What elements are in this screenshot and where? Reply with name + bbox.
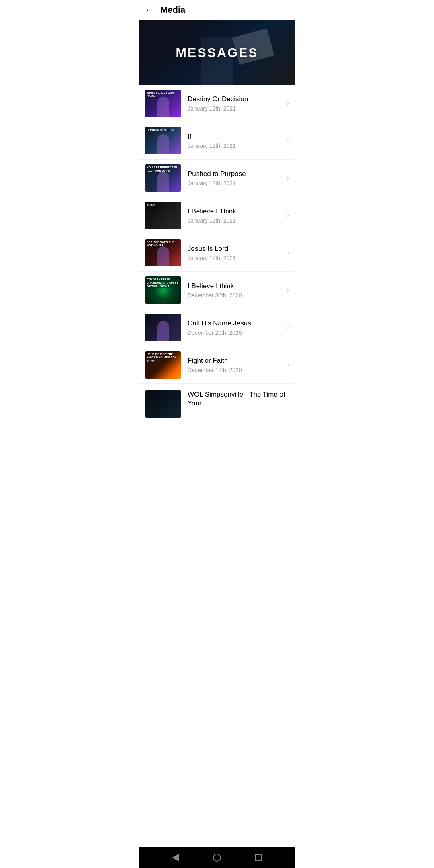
thumbnail-text: THINK xyxy=(145,202,157,208)
thumbnail-figure xyxy=(157,172,169,192)
thumbnail-text: ATMOSPHERE IS CHANGING THE SPIRIT OF THE… xyxy=(145,276,181,290)
hero-decoration-figure xyxy=(201,37,233,85)
media-title: Destiny Or Decision xyxy=(188,95,284,104)
thumbnail: YOU ARE PERFECT IN ALL YOUR WAYS xyxy=(145,164,181,192)
thumbnail: HONOUR BENEFITS xyxy=(145,127,181,154)
media-title: I Believe I think xyxy=(188,282,284,291)
media-info: If January 12th, 2021 xyxy=(188,132,284,149)
media-info: I Believe I Think January 12th, 2021 xyxy=(188,207,284,224)
list-item[interactable]: WHEN I CALL YOUR NAME Destiny Or Decisio… xyxy=(139,85,295,122)
thumbnail-text xyxy=(145,390,148,393)
chevron-right-icon: › xyxy=(287,100,289,107)
media-title: If xyxy=(188,132,284,141)
media-date: December 30th, 2020 xyxy=(188,292,284,299)
chevron-right-icon: › xyxy=(287,287,289,294)
chevron-right-icon: › xyxy=(287,137,289,144)
page-title: Media xyxy=(160,5,185,15)
media-info: Jesus Is Lord January 12th, 2021 xyxy=(188,244,284,261)
chevron-right-icon: › xyxy=(287,212,289,219)
media-date: January 12th, 2021 xyxy=(188,255,284,261)
thumbnail-figure xyxy=(157,246,169,266)
hero-banner: MESSAGES xyxy=(139,20,295,85)
media-date: December 20th, 2020 xyxy=(188,330,284,336)
media-date: January 12th, 2021 xyxy=(188,180,284,186)
header: ← Media xyxy=(139,0,295,20)
media-date: January 12th, 2021 xyxy=(188,143,284,149)
media-list: WHEN I CALL YOUR NAME Destiny Or Decisio… xyxy=(139,85,295,421)
thumbnail: HELP ME FIND THE WAY BRING ME BACK TO YO… xyxy=(145,351,181,379)
media-date: January 12th, 2021 xyxy=(188,105,284,112)
thumbnail: WHEN I CALL YOUR NAME xyxy=(145,90,181,117)
list-item[interactable]: YOU ARE PERFECT IN ALL YOUR WAYS Pushed … xyxy=(139,160,295,197)
media-title: Pushed to Purpose xyxy=(188,170,284,178)
list-item[interactable]: Call His Name Jesus December 20th, 2020 … xyxy=(139,309,295,346)
media-title: I Believe I Think xyxy=(188,207,284,216)
list-item[interactable]: HONOUR BENEFITS If January 12th, 2021 › xyxy=(139,122,295,160)
media-date: December 12th, 2020 xyxy=(188,367,284,373)
thumbnail: ATMOSPHERE IS CHANGING THE SPIRIT OF THE… xyxy=(145,276,181,304)
list-item[interactable]: THINK I Believe I Think January 12th, 20… xyxy=(139,197,295,234)
hero-title: MESSAGES xyxy=(176,45,258,60)
list-item[interactable]: WOL Simpsonville - The Time of Your xyxy=(139,384,295,421)
list-item[interactable]: FOR THE BATTLE IS NOT YOURS Jesus Is Lor… xyxy=(139,234,295,272)
media-title: WOL Simpsonville - The Time of Your xyxy=(188,390,289,408)
media-info: Pushed to Purpose January 12th, 2021 xyxy=(188,170,284,186)
media-info: Fight or Faith December 12th, 2020 xyxy=(188,356,284,373)
media-title: Jesus Is Lord xyxy=(188,244,284,253)
thumbnail-figure xyxy=(157,97,169,117)
media-info: Destiny Or Decision January 12th, 2021 xyxy=(188,95,284,112)
thumbnail xyxy=(145,390,181,418)
chevron-right-icon: › xyxy=(287,249,289,256)
thumbnail-text xyxy=(145,314,148,317)
thumbnail xyxy=(145,314,181,341)
thumbnail: THINK xyxy=(145,202,181,229)
thumbnail: FOR THE BATTLE IS NOT YOURS xyxy=(145,239,181,266)
chevron-right-icon: › xyxy=(287,174,289,182)
media-info: WOL Simpsonville - The Time of Your xyxy=(188,390,289,409)
media-info: I Believe I think December 30th, 2020 xyxy=(188,282,284,299)
media-title: Call His Name Jesus xyxy=(188,319,284,328)
back-button[interactable]: ← xyxy=(145,6,154,14)
list-item[interactable]: ATMOSPHERE IS CHANGING THE SPIRIT OF THE… xyxy=(139,272,295,309)
media-info: Call His Name Jesus December 20th, 2020 xyxy=(188,319,284,336)
thumbnail-figure xyxy=(157,321,169,341)
media-title: Fight or Faith xyxy=(188,356,284,365)
chevron-right-icon: › xyxy=(287,361,289,368)
media-date: January 12th, 2021 xyxy=(188,217,284,224)
thumbnail-text: HONOUR BENEFITS xyxy=(145,127,176,133)
chevron-right-icon: › xyxy=(287,324,289,331)
thumbnail-text: HELP ME FIND THE WAY BRING ME BACK TO YO… xyxy=(145,351,181,364)
thumbnail-figure xyxy=(157,134,169,154)
list-item[interactable]: HELP ME FIND THE WAY BRING ME BACK TO YO… xyxy=(139,346,295,384)
